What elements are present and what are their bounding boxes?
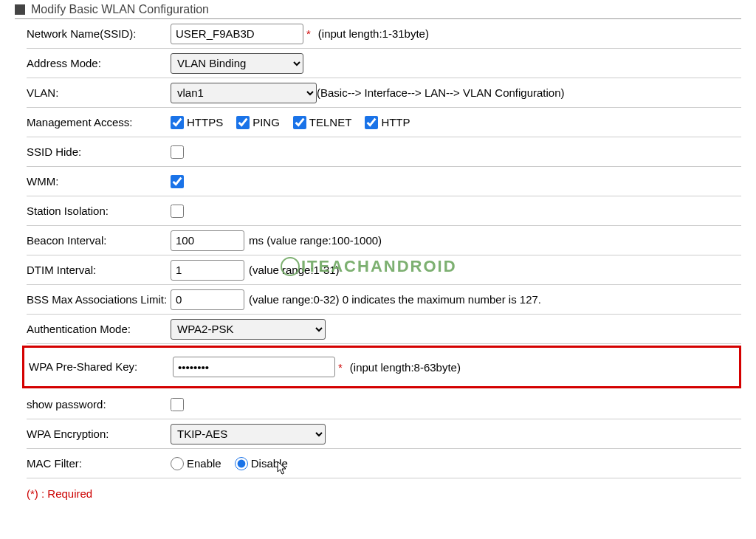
ping-checkbox-label: PING: [252, 116, 280, 128]
row-management-access: Management Access: HTTPS PING TELNET HTT…: [27, 108, 741, 137]
show-password-checkbox[interactable]: [171, 398, 184, 411]
vlan-select[interactable]: vlan1: [171, 83, 317, 103]
wpa-key-hint: (input length:8-63byte): [350, 361, 461, 374]
row-address-mode: Address Mode: VLAN Binding: [27, 49, 741, 78]
ssid-label: Network Name(SSID):: [27, 27, 171, 40]
wpa-encryption-label: WPA Encryption:: [27, 428, 171, 440]
beacon-interval-input[interactable]: [171, 230, 244, 251]
wmm-label: WMM:: [27, 175, 171, 188]
row-beacon-interval: Beacon Interval: ms (value range:100-100…: [27, 226, 741, 255]
dtim-interval-label: DTIM Interval:: [27, 264, 171, 276]
required-note: (*) : Required: [27, 487, 741, 500]
wpa-key-label: WPA Pre-Shared Key:: [29, 360, 173, 374]
mac-filter-disable-radio[interactable]: [235, 457, 248, 470]
header-title: Modify Basic WLAN Configuration: [31, 3, 209, 16]
show-password-label: show password:: [27, 398, 171, 411]
beacon-interval-hint: ms (value range:100-1000): [249, 234, 382, 247]
http-checkbox[interactable]: [365, 116, 378, 129]
section-header: Modify Basic WLAN Configuration: [15, 3, 741, 19]
dtim-interval-input[interactable]: [171, 260, 244, 281]
required-star: *: [306, 27, 311, 40]
row-ssid: Network Name(SSID): * (input length:1-31…: [27, 19, 741, 49]
required-star: *: [338, 361, 343, 374]
mac-filter-enable-radio[interactable]: [171, 457, 184, 470]
bss-max-label: BSS Max Associations Limit:: [27, 292, 171, 307]
bss-max-input[interactable]: [171, 289, 244, 310]
mac-filter-disable-label: Disable: [251, 457, 288, 470]
row-ssid-hide: SSID Hide:: [27, 137, 741, 167]
row-bss-max: BSS Max Associations Limit: (value range…: [27, 285, 741, 315]
mac-filter-enable-label: Enable: [187, 457, 221, 470]
address-mode-select[interactable]: VLAN Binding: [171, 53, 303, 74]
http-checkbox-label: HTTP: [381, 116, 410, 128]
row-wmm: WMM:: [27, 167, 741, 196]
auth-mode-label: Authentication Mode:: [27, 323, 171, 335]
wpa-encryption-select[interactable]: TKIP-AES: [171, 424, 326, 444]
wpa-key-highlight: WPA Pre-Shared Key: * (input length:8-63…: [22, 346, 741, 388]
ssid-hint: (input length:1-31byte): [318, 27, 429, 40]
dtim-interval-hint: (value range:1-31): [249, 264, 340, 276]
row-dtim-interval: DTIM Interval: (value range:1-31): [27, 255, 741, 285]
ssid-hide-checkbox[interactable]: [171, 145, 184, 159]
row-wpa-key: WPA Pre-Shared Key: * (input length:8-63…: [29, 348, 735, 386]
row-vlan: VLAN: vlan1 (Basic--> Interface--> LAN--…: [27, 78, 741, 108]
telnet-checkbox[interactable]: [293, 116, 306, 129]
station-isolation-checkbox[interactable]: [171, 205, 184, 218]
https-checkbox[interactable]: [171, 116, 184, 129]
header-square-icon: [15, 4, 25, 15]
row-wpa-encryption: WPA Encryption: TKIP-AES: [27, 419, 741, 449]
bss-max-hint: (value range:0-32) 0 indicates the maxim…: [249, 293, 541, 306]
telnet-checkbox-label: TELNET: [309, 116, 352, 128]
https-checkbox-label: HTTPS: [187, 116, 223, 128]
ping-checkbox[interactable]: [236, 116, 250, 129]
ssid-input[interactable]: [171, 24, 303, 44]
auth-mode-select[interactable]: WPA2-PSK: [171, 319, 326, 340]
wpa-key-input[interactable]: [173, 357, 335, 377]
row-show-password: show password:: [27, 390, 741, 419]
row-station-isolation: Station Isolation:: [27, 196, 741, 226]
wmm-checkbox[interactable]: [171, 175, 184, 188]
vlan-hint: (Basic--> Interface--> LAN--> VLAN Confi…: [317, 86, 565, 99]
row-mac-filter: MAC Filter: Enable Disable: [27, 449, 741, 478]
station-isolation-label: Station Isolation:: [27, 205, 171, 217]
address-mode-label: Address Mode:: [27, 57, 171, 69]
management-access-label: Management Access:: [27, 116, 171, 128]
mac-filter-label: MAC Filter:: [27, 457, 171, 470]
ssid-hide-label: SSID Hide:: [27, 145, 171, 158]
beacon-interval-label: Beacon Interval:: [27, 234, 171, 247]
row-auth-mode: Authentication Mode: WPA2-PSK: [27, 315, 741, 344]
vlan-label: VLAN:: [27, 86, 171, 99]
